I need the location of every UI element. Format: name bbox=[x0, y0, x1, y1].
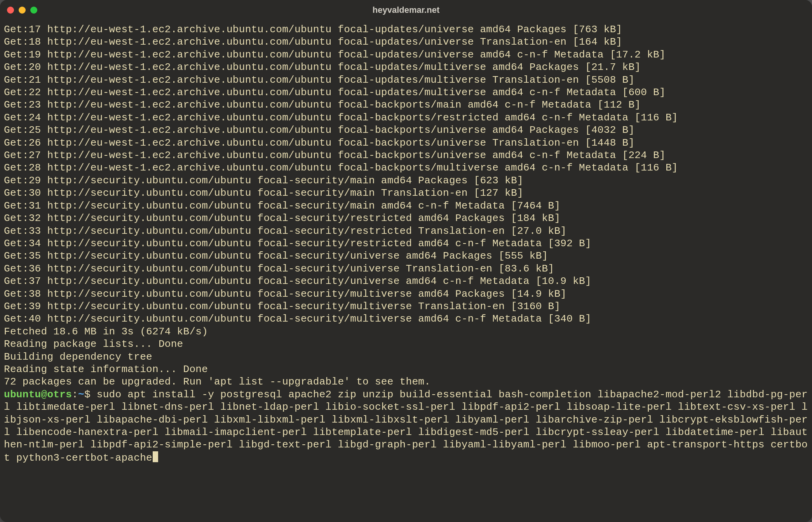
window-title: heyvaldemar.net bbox=[0, 5, 812, 15]
output-line: Building dependency tree bbox=[4, 351, 152, 363]
output-line: Get:34 http://security.ubuntu.com/ubuntu… bbox=[4, 238, 591, 249]
command-input[interactable]: sudo apt install -y postgresql apache2 z… bbox=[4, 389, 808, 464]
minimize-icon[interactable] bbox=[19, 7, 26, 14]
window-titlebar: heyvaldemar.net bbox=[0, 0, 812, 20]
output-line: Get:39 http://security.ubuntu.com/ubuntu… bbox=[4, 301, 560, 312]
output-line: Get:38 http://security.ubuntu.com/ubuntu… bbox=[4, 288, 566, 300]
output-line: Get:40 http://security.ubuntu.com/ubuntu… bbox=[4, 313, 591, 325]
prompt-path: ~ bbox=[78, 389, 84, 400]
output-line: Get:17 http://eu-west-1.ec2.archive.ubun… bbox=[4, 24, 622, 35]
prompt-user-host: ubuntu@otrs bbox=[4, 389, 72, 400]
prompt-colon: : bbox=[72, 389, 78, 400]
output-line: Get:20 http://eu-west-1.ec2.archive.ubun… bbox=[4, 61, 641, 73]
output-line: Get:36 http://security.ubuntu.com/ubuntu… bbox=[4, 263, 554, 275]
output-line: Get:25 http://eu-west-1.ec2.archive.ubun… bbox=[4, 124, 634, 136]
zoom-icon[interactable] bbox=[30, 7, 37, 14]
output-line: Get:29 http://security.ubuntu.com/ubuntu… bbox=[4, 175, 523, 186]
output-line: Get:19 http://eu-west-1.ec2.archive.ubun… bbox=[4, 49, 666, 61]
output-line: Get:28 http://eu-west-1.ec2.archive.ubun… bbox=[4, 162, 678, 174]
output-line: Get:18 http://eu-west-1.ec2.archive.ubun… bbox=[4, 36, 622, 48]
output-line: Get:30 http://security.ubuntu.com/ubuntu… bbox=[4, 187, 523, 199]
output-line: 72 packages can be upgraded. Run 'apt li… bbox=[4, 376, 430, 388]
output-line: Get:22 http://eu-west-1.ec2.archive.ubun… bbox=[4, 87, 666, 98]
terminal-window: heyvaldemar.net Get:17 http://eu-west-1.… bbox=[0, 0, 812, 522]
output-line: Fetched 18.6 MB in 3s (6274 kB/s) bbox=[4, 326, 208, 338]
output-line: Reading package lists... Done bbox=[4, 338, 183, 350]
cursor-icon bbox=[153, 451, 158, 462]
output-line: Reading state information... Done bbox=[4, 364, 208, 375]
output-line: Get:27 http://eu-west-1.ec2.archive.ubun… bbox=[4, 150, 666, 161]
close-icon[interactable] bbox=[7, 7, 14, 14]
output-line: Get:33 http://security.ubuntu.com/ubuntu… bbox=[4, 225, 566, 237]
window-controls bbox=[7, 7, 37, 14]
output-line: Get:24 http://eu-west-1.ec2.archive.ubun… bbox=[4, 112, 678, 124]
output-line: Get:37 http://security.ubuntu.com/ubuntu… bbox=[4, 275, 591, 287]
output-line: Get:32 http://security.ubuntu.com/ubuntu… bbox=[4, 212, 560, 224]
output-line: Get:35 http://security.ubuntu.com/ubuntu… bbox=[4, 250, 548, 262]
prompt-symbol: $ bbox=[84, 389, 97, 400]
output-line: Get:23 http://eu-west-1.ec2.archive.ubun… bbox=[4, 99, 641, 111]
output-line: Get:26 http://eu-west-1.ec2.archive.ubun… bbox=[4, 137, 634, 149]
output-line: Get:21 http://eu-west-1.ec2.archive.ubun… bbox=[4, 74, 634, 86]
output-line: Get:31 http://security.ubuntu.com/ubuntu… bbox=[4, 200, 560, 212]
terminal-output[interactable]: Get:17 http://eu-west-1.ec2.archive.ubun… bbox=[0, 20, 812, 468]
